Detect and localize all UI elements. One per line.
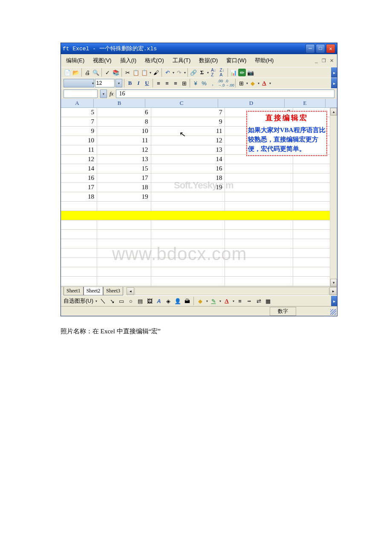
insert-pic-icon[interactable]: 🖼 (146, 297, 153, 305)
diagram-icon[interactable]: ◈ (164, 297, 172, 305)
grid-cell[interactable] (61, 202, 97, 211)
close-button[interactable]: ✕ (326, 44, 335, 53)
grid-cell[interactable] (225, 192, 293, 201)
font-color-icon[interactable]: A (260, 79, 268, 87)
table-row[interactable] (61, 211, 337, 220)
grid-cell[interactable] (151, 230, 225, 239)
grid-cell[interactable] (151, 277, 225, 286)
grid-cell[interactable]: 14 (151, 155, 225, 164)
table-row[interactable] (61, 267, 337, 277)
cut-icon[interactable]: ✂ (124, 69, 131, 76)
table-row[interactable] (61, 202, 337, 211)
grid-cell[interactable]: 6 (97, 108, 151, 117)
grid-cell[interactable]: 19 (97, 192, 151, 201)
toolbar-options-icon[interactable]: ▸ (331, 67, 337, 78)
scroll-down-button[interactable]: ▾ (330, 279, 337, 286)
wordart-icon[interactable]: A (155, 297, 163, 305)
grid-cell[interactable]: 16 (151, 164, 225, 173)
grid-cell[interactable]: 10 (61, 136, 97, 145)
grid-cell[interactable]: 12 (61, 155, 97, 164)
italic-button[interactable]: I (135, 79, 142, 87)
table-row[interactable] (61, 220, 337, 230)
scroll-left-button[interactable]: ◂ (127, 287, 134, 295)
vertical-scrollbar[interactable]: ▴ ▾ (330, 108, 337, 286)
autosum-icon[interactable]: Σ (198, 69, 206, 76)
borders-icon[interactable]: ⊞ (237, 79, 245, 87)
formula-input[interactable]: 16 (116, 90, 334, 98)
grid-cell[interactable]: 12 (97, 145, 151, 154)
column-header[interactable]: A (61, 99, 94, 107)
grid-cell[interactable] (61, 239, 97, 248)
grid-cell[interactable]: 16 (61, 173, 97, 182)
camera-icon[interactable]: 📷 (247, 69, 254, 76)
grid-cell[interactable] (225, 173, 293, 182)
spreadsheet-grid[interactable]: ABCDE 5677789910111011121112131213141415… (61, 99, 337, 286)
grid-cell[interactable] (61, 277, 97, 286)
menu-data[interactable]: 数据(D) (197, 56, 219, 65)
dropdown-icon[interactable]: ▾ (173, 71, 174, 75)
grid-cell[interactable] (225, 202, 293, 211)
dropdown-icon[interactable]: ▾ (219, 299, 221, 303)
grid-cell[interactable]: 17 (97, 173, 151, 182)
grid-cell[interactable] (97, 267, 151, 276)
underline-button[interactable]: U (143, 79, 151, 87)
grid-cell[interactable] (225, 183, 293, 192)
grid-cell[interactable] (61, 220, 97, 229)
toolbar-options-icon[interactable]: ▸ (331, 296, 337, 306)
autoshapes-menu[interactable]: 自选图形(U) (63, 297, 93, 305)
dropdown-icon[interactable]: ▾ (258, 81, 259, 85)
menu-insert[interactable]: 插入(I) (118, 56, 138, 65)
maximize-button[interactable]: □ (316, 44, 325, 53)
grid-cell[interactable]: 11 (97, 136, 151, 145)
grid-cell[interactable] (61, 249, 97, 257)
bold-button[interactable]: B (126, 79, 134, 87)
title-bar[interactable]: ft Excel - 一个特殊删除的宏.xls ─ □ ✕ (61, 43, 337, 54)
grid-cell[interactable] (225, 155, 293, 164)
grid-cell[interactable] (61, 230, 97, 239)
grid-cell[interactable]: 18 (61, 192, 97, 201)
grid-cell[interactable]: 15 (97, 164, 151, 173)
fill-color-icon[interactable]: ◆ (249, 79, 257, 87)
name-box-dropdown[interactable]: ▾ (100, 90, 107, 98)
redo-icon[interactable]: ↷ (175, 69, 183, 76)
column-header[interactable]: B (94, 99, 145, 107)
chart-icon[interactable]: 📊 (230, 69, 237, 76)
grid-cell[interactable]: 8 (97, 117, 151, 126)
line-icon[interactable]: ＼ (99, 297, 107, 305)
menu-view[interactable]: 视图(V) (91, 56, 113, 65)
table-row[interactable] (61, 277, 337, 286)
comma-icon[interactable]: , (209, 79, 216, 87)
drawing-icon[interactable]: ✏ (238, 69, 246, 76)
format-painter-icon[interactable]: 🖌 (152, 69, 160, 76)
align-right-icon[interactable]: ≡ (172, 79, 179, 87)
grid-cell[interactable]: 12 (151, 136, 225, 145)
grid-cell[interactable] (97, 220, 151, 229)
scroll-right-button[interactable]: ▸ (329, 287, 337, 295)
align-left-icon[interactable]: ≡ (155, 79, 162, 87)
horizontal-scrollbar[interactable]: ◂ ▸ (127, 287, 337, 295)
line-weight-icon[interactable]: ≡ (236, 297, 244, 305)
grid-cell[interactable] (61, 258, 97, 267)
grid-cell[interactable] (151, 267, 225, 276)
menu-format[interactable]: 格式(O) (143, 56, 166, 65)
grid-cell[interactable]: 7 (151, 108, 225, 117)
dropdown-icon[interactable]: ▾ (207, 71, 209, 75)
sort-asc-icon[interactable]: A↓Z (210, 69, 217, 76)
grid-cell[interactable]: 7 (61, 117, 97, 126)
grid-cell[interactable] (97, 277, 151, 286)
menu-tools[interactable]: 工具(T) (171, 56, 193, 65)
arrow-style-icon[interactable]: ⇄ (255, 297, 262, 305)
column-headers[interactable]: ABCDE (61, 99, 337, 108)
shadow-icon[interactable]: ▦ (264, 297, 272, 305)
table-row[interactable]: 121314 (61, 155, 337, 164)
sheet-tab[interactable]: Sheet3 (103, 287, 123, 295)
grid-cell[interactable] (61, 267, 97, 276)
grid-cell[interactable] (97, 202, 151, 211)
open-icon[interactable]: 📂 (72, 69, 80, 76)
textbox-icon[interactable]: ▤ (136, 297, 144, 305)
grid-cell[interactable]: 9 (151, 117, 225, 126)
grid-cell[interactable] (97, 211, 151, 220)
paste-icon[interactable]: 📋 (141, 69, 148, 76)
sheet-tab[interactable]: Sheet1 (63, 287, 84, 295)
arrow-icon[interactable]: ↘ (108, 297, 116, 305)
